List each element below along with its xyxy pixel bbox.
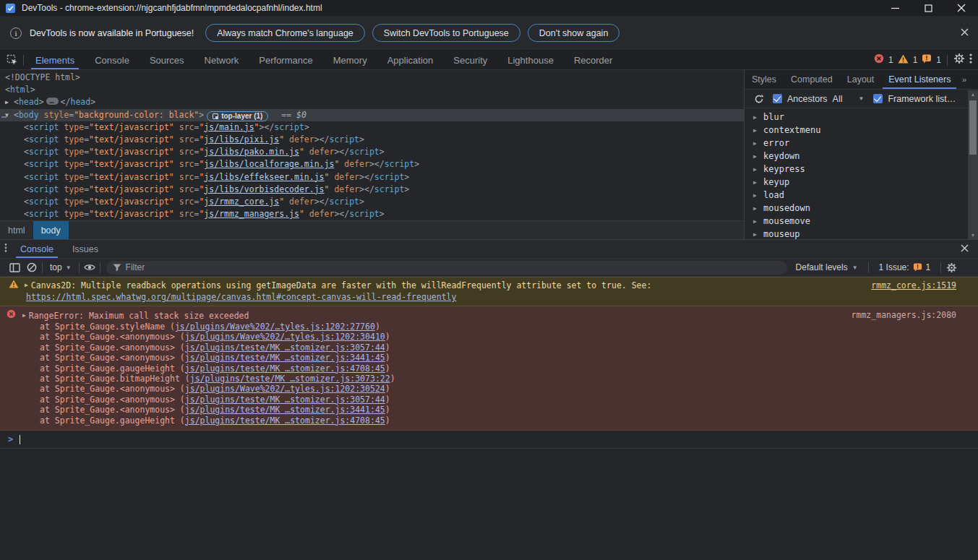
warning-link[interactable]: https://html.spec.whatwg.org/multipage/c… [26,292,456,302]
console-error-message[interactable]: ▶ RangeError: Maximum call stack size ex… [0,306,978,431]
tab-application[interactable]: Application [380,51,441,69]
tab-recorder[interactable]: Recorder [567,51,619,69]
listener-mousemove[interactable]: ▶mousemove [745,215,978,228]
console-sidebar-toggle-icon[interactable] [6,260,23,275]
expand-arrow-icon[interactable]: ▶ [753,150,760,163]
console-settings-gear-icon[interactable] [943,260,960,275]
sidebar-scrollbar[interactable]: ▲ ▼ [968,90,978,239]
dom-tree-node[interactable]: <script type="text/javascript" src="js/l… [0,146,744,158]
expand-arrow-icon[interactable]: ▶ [22,310,26,322]
expand-arrow-icon[interactable]: ▶ [753,124,760,137]
sidebar-tab-event-listeners[interactable]: Event Listeners [881,70,958,89]
resource-link[interactable]: js/libs/localforage.min.js [204,159,334,169]
more-options-kebab-icon[interactable] [969,53,972,67]
listener-error[interactable]: ▶error [745,137,978,150]
ancestors-filter-dropdown[interactable]: All ▼ [833,94,865,104]
context-selector[interactable]: top ▼ [44,262,77,272]
listener-contextmenu[interactable]: ▶contextmenu [745,124,978,137]
tab-sources[interactable]: Sources [142,51,192,69]
minimize-button[interactable] [878,0,911,16]
inspect-element-icon[interactable] [3,51,22,69]
more-tabs-chevron-icon[interactable]: » [962,75,978,84]
warning-source-link[interactable]: rmmz_core.js:1519 [871,280,956,290]
tab-console[interactable]: Console [87,51,137,69]
clear-console-icon[interactable] [23,260,40,275]
close-window-button[interactable] [945,0,978,16]
console-error-icon[interactable] [874,53,884,66]
dom-tree-node[interactable]: …▼<body style="background-color: black">… [0,109,744,121]
expand-arrow-icon[interactable]: ▶ [753,189,760,202]
listener-blur[interactable]: ▶blur [745,111,978,124]
tab-network[interactable]: Network [197,51,246,69]
tab-elements[interactable]: Elements [28,51,82,69]
resource-link[interactable]: js/libs/pako.min.js [204,147,299,157]
resource-link[interactable]: js/rmmz_core.js [204,197,279,207]
expand-arrow-icon[interactable]: ▶ [753,163,760,176]
stack-frame-link[interactable]: js/plugins/teste/MK …stomizer.js:3441:45 [185,405,385,415]
console-tab-console[interactable]: Console [13,240,61,258]
don-t-show-again-button[interactable]: Don't show again [528,24,620,42]
scrollbar-thumb[interactable] [969,100,977,155]
dom-tree-node[interactable]: ▶<head>…</head> [0,96,744,108]
tab-memory[interactable]: Memory [326,51,374,69]
sidebar-tab-layout[interactable]: Layout [840,70,882,89]
switch-devtools-to-portuguese-button[interactable]: Switch DevTools to Portuguese [372,24,520,42]
collapsed-content-ellipsis[interactable]: … [46,98,59,105]
stack-frame-link[interactable]: js/plugins/teste/MK …stomizer.js:4708:45 [185,363,385,374]
stack-frame-link[interactable]: js/plugins/Wave%202/…tyles.js:1202:27760 [175,322,375,332]
resource-link[interactable]: js/libs/vorbisdecoder.js [204,184,324,194]
expand-arrow-icon[interactable]: ▶ [753,111,760,124]
issues-counter[interactable]: 1 Issue: 1 [870,262,940,272]
dom-tree-node[interactable]: <script type="text/javascript" src="js/r… [0,208,744,220]
stack-frame-link[interactable]: js/plugins/teste/MK …stomizer.js:3057:44 [185,395,385,405]
dom-tree-node[interactable]: <!DOCTYPE html> [0,72,744,84]
collapse-arrow-icon[interactable]: ▼ [5,109,14,121]
top-layer-badge[interactable]: top-layer (1) [207,111,268,121]
refresh-icon[interactable] [750,92,768,106]
console-warning-icon[interactable] [898,53,909,66]
stack-frame-link[interactable]: js/plugins/Wave%202/…tyles.js:1202:30524 [185,384,385,394]
tab-performance[interactable]: Performance [252,51,319,69]
stack-frame-link[interactable]: js/plugins/teste/MK …stomizer.js:3073:22 [190,374,390,384]
expand-arrow-icon[interactable]: ▶ [753,176,760,189]
expand-arrow-icon[interactable]: ▶ [753,202,760,215]
console-warning-message[interactable]: ▶ Canvas2D: Multiple readback operations… [0,277,978,306]
dom-tree-node[interactable]: <script type="text/javascript" src="js/l… [0,171,744,184]
log-levels-dropdown[interactable]: Default levels ▼ [787,262,867,272]
dom-tree-node[interactable]: <script type="text/javascript" src="js/r… [0,196,744,208]
live-expression-eye-icon[interactable] [81,260,98,275]
console-tab-issues[interactable]: Issues [65,240,106,258]
resource-link[interactable]: js/libs/pixi.js [204,134,279,145]
stack-frame-link[interactable]: js/plugins/teste/MK …stomizer.js:3057:44 [185,343,385,353]
listener-mousedown[interactable]: ▶mousedown [745,202,978,215]
stack-frame-link[interactable]: js/plugins/teste/MK …stomizer.js:4708:45 [185,415,385,426]
always-match-chrome-s-language-button[interactable]: Always match Chrome's language [205,24,365,42]
resource-link[interactable]: js/libs/effekseer.min.js [204,172,324,182]
console-filter[interactable] [106,261,787,275]
settings-gear-icon[interactable] [953,53,965,67]
sidebar-tab-styles[interactable]: Styles [745,70,784,89]
dom-tree-node[interactable]: <html> [0,84,744,96]
listener-keypress[interactable]: ▶keypress [745,163,978,176]
dom-tree-node[interactable]: <script type="text/javascript" src="js/l… [0,134,744,146]
expand-arrow-icon[interactable]: ▶ [753,228,760,239]
stack-frame-link[interactable]: js/plugins/Wave%202/…tyles.js:1202:30410 [185,332,385,342]
framework-listeners-checkbox[interactable] [873,94,883,103]
tab-lighthouse[interactable]: Lighthouse [500,51,561,69]
node-more-actions-dots[interactable]: … [1,109,6,121]
dom-tree-node[interactable]: <script type="text/javascript" src="js/m… [0,121,744,134]
listener-mouseup[interactable]: ▶mouseup [745,228,978,239]
filter-input[interactable] [126,262,781,272]
infobar-close-icon[interactable] [960,27,969,40]
stack-frame-link[interactable]: js/plugins/teste/MK …stomizer.js:3441:45 [185,353,385,363]
resource-link[interactable]: js/rmmz_managers.js [204,209,299,219]
listener-keyup[interactable]: ▶keyup [745,176,978,189]
listener-load[interactable]: ▶load [745,189,978,202]
expand-arrow-icon[interactable]: ▶ [753,137,760,150]
crumb-body[interactable]: body [33,221,69,239]
drawer-kebab-icon[interactable] [4,243,7,256]
crumb-html[interactable]: html [0,221,33,239]
ancestors-checkbox[interactable] [773,94,782,103]
console-prompt[interactable]: > [0,431,978,449]
expand-arrow-icon[interactable]: ▶ [753,215,760,228]
